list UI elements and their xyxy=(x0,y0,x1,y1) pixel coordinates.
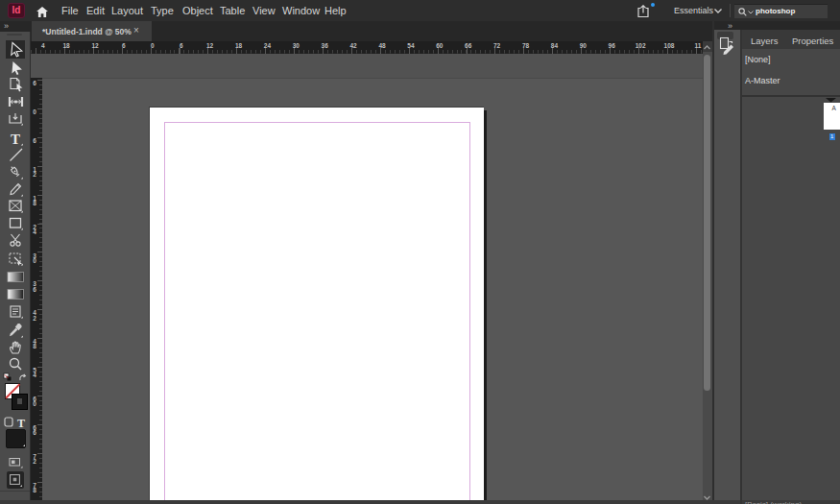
svg-text:T: T xyxy=(10,131,19,146)
svg-text:T: T xyxy=(17,416,25,428)
